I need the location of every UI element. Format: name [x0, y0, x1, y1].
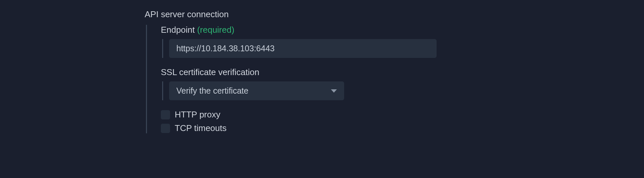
http-proxy-checkbox[interactable] — [161, 110, 170, 119]
ssl-label: SSL certificate verification — [161, 67, 644, 77]
http-proxy-row: HTTP proxy — [161, 110, 644, 120]
ssl-select-value: Verify the certificate — [176, 86, 248, 96]
ssl-input-wrap: Verify the certificate — [162, 81, 644, 100]
endpoint-label-text: Endpoint — [161, 25, 195, 35]
http-proxy-label[interactable]: HTTP proxy — [175, 110, 220, 120]
endpoint-input[interactable] — [169, 39, 437, 58]
api-server-connection-section: API server connection Endpoint (required… — [145, 9, 644, 133]
section-body: Endpoint (required) SSL certificate veri… — [146, 25, 644, 133]
endpoint-field-group: Endpoint (required) — [161, 25, 644, 58]
chevron-down-icon — [331, 89, 337, 93]
ssl-select[interactable]: Verify the certificate — [169, 81, 344, 100]
tcp-timeouts-checkbox[interactable] — [161, 124, 170, 133]
section-title: API server connection — [145, 9, 644, 20]
ssl-field-group: SSL certificate verification Verify the … — [161, 67, 644, 100]
endpoint-input-wrap — [162, 39, 644, 58]
ssl-select-wrap: Verify the certificate — [169, 81, 344, 100]
tcp-timeouts-row: TCP timeouts — [161, 123, 644, 133]
endpoint-label: Endpoint (required) — [161, 25, 644, 35]
tcp-timeouts-label[interactable]: TCP timeouts — [175, 123, 227, 133]
required-tag: (required) — [197, 25, 234, 35]
